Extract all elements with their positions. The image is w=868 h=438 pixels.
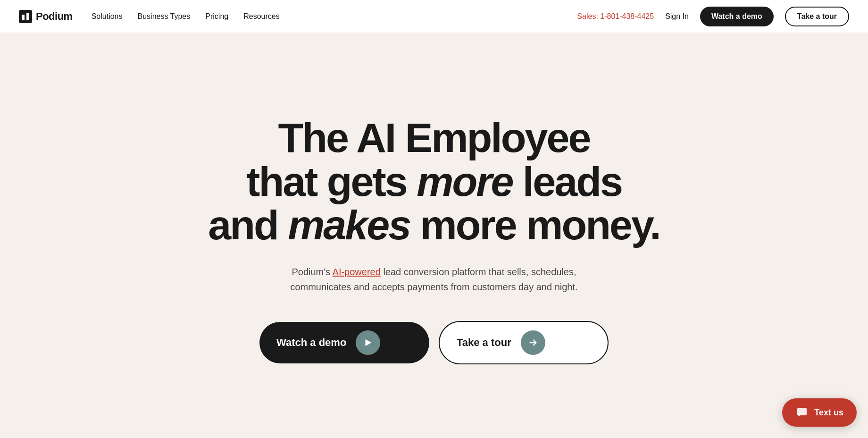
hero-section: The AI Employee that gets more leads and… [0, 33, 868, 438]
hero-headline-line1: The AI Employee [278, 114, 590, 161]
watch-demo-icon-circle [356, 330, 380, 355]
watch-demo-hero-label: Watch a demo [276, 337, 346, 349]
text-us-floating-button[interactable]: Text us [782, 398, 857, 427]
navbar-left: Podium Solutions Business Types Pricing … [19, 10, 280, 23]
hero-headline-more: more [417, 158, 512, 205]
hero-headline-line3: and makes more money. [208, 202, 660, 248]
navbar: Podium Solutions Business Types Pricing … [0, 0, 868, 33]
hero-headline: The AI Employee that gets more leads and… [208, 116, 660, 247]
logo[interactable]: Podium [19, 10, 73, 23]
hero-headline-makes: makes [288, 202, 410, 248]
take-tour-icon-circle [521, 330, 545, 355]
navbar-right: Sales: 1-801-438-4425 Sign In Watch a de… [577, 7, 849, 26]
logo-text: Podium [36, 10, 73, 23]
chat-icon [795, 406, 809, 419]
arrow-right-icon [528, 337, 538, 348]
take-tour-hero-button[interactable]: Take a tour [439, 321, 609, 364]
watch-demo-hero-button[interactable]: Watch a demo [259, 322, 429, 363]
svg-rect-4 [797, 408, 807, 415]
nav-item-pricing[interactable]: Pricing [205, 12, 228, 21]
nav-links: Solutions Business Types Pricing Resourc… [92, 12, 280, 21]
chat-bubble-icon [796, 407, 808, 418]
watch-demo-nav-button[interactable]: Watch a demo [700, 7, 774, 26]
sales-phone-link[interactable]: Sales: 1-801-438-4425 [577, 12, 654, 21]
sign-in-link[interactable]: Sign In [665, 12, 689, 21]
take-tour-nav-button[interactable]: Take a tour [785, 7, 849, 26]
hero-subtext: Podium's AI-powered lead conversion plat… [278, 264, 590, 295]
nav-item-business-types[interactable]: Business Types [138, 12, 191, 21]
nav-item-resources[interactable]: Resources [243, 12, 279, 21]
svg-rect-1 [22, 15, 25, 20]
hero-headline-line2: that gets more leads [246, 158, 622, 205]
hero-subtext-before: Podium's [292, 267, 332, 277]
hero-buttons: Watch a demo Take a tour [259, 321, 609, 364]
ai-powered-link[interactable]: AI-powered [333, 267, 381, 277]
nav-item-solutions[interactable]: Solutions [92, 12, 123, 21]
podium-logo-icon [19, 10, 32, 23]
text-us-label: Text us [814, 408, 843, 418]
svg-rect-0 [19, 10, 32, 23]
svg-rect-2 [26, 13, 29, 20]
svg-marker-3 [366, 339, 372, 346]
take-tour-hero-label: Take a tour [457, 337, 511, 349]
play-icon [363, 337, 373, 348]
